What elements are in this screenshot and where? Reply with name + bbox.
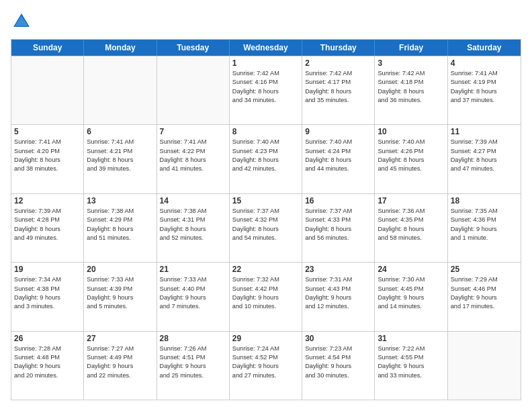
day-info: Sunrise: 7:37 AMSunset: 4:32 PMDaylight:… [232, 207, 299, 242]
day-number: 10 [378, 127, 444, 136]
calendar-cell [448, 332, 521, 400]
day-number: 5 [14, 127, 81, 136]
calendar-cell: 8Sunrise: 7:40 AMSunset: 4:23 PMDaylight… [230, 125, 302, 193]
day-number: 14 [160, 196, 226, 205]
day-number: 28 [160, 334, 226, 343]
day-number: 25 [451, 265, 518, 274]
calendar-body: 1Sunrise: 7:42 AMSunset: 4:16 PMDaylight… [11, 56, 521, 400]
day-info: Sunrise: 7:31 AMSunset: 4:43 PMDaylight:… [305, 275, 371, 311]
calendar-row: 1Sunrise: 7:42 AMSunset: 4:16 PMDaylight… [11, 56, 521, 124]
day-info: Sunrise: 7:34 AMSunset: 4:38 PMDaylight:… [14, 275, 81, 311]
day-number: 19 [14, 265, 81, 274]
calendar-cell: 16Sunrise: 7:37 AMSunset: 4:33 PMDayligh… [302, 194, 375, 262]
calendar-cell: 5Sunrise: 7:41 AMSunset: 4:20 PMDaylight… [11, 125, 84, 193]
day-number: 29 [232, 334, 299, 343]
day-number: 8 [232, 127, 299, 136]
day-info: Sunrise: 7:40 AMSunset: 4:26 PMDaylight:… [378, 138, 444, 173]
calendar-cell: 31Sunrise: 7:22 AMSunset: 4:55 PMDayligh… [375, 332, 447, 400]
day-number: 24 [378, 265, 444, 274]
day-info: Sunrise: 7:41 AMSunset: 4:21 PMDaylight:… [87, 138, 153, 173]
day-info: Sunrise: 7:42 AMSunset: 4:18 PMDaylight:… [378, 69, 444, 105]
day-info: Sunrise: 7:24 AMSunset: 4:52 PMDaylight:… [232, 345, 299, 380]
day-number: 15 [232, 196, 299, 205]
calendar-cell: 7Sunrise: 7:41 AMSunset: 4:22 PMDaylight… [157, 125, 230, 193]
calendar-cell: 17Sunrise: 7:36 AMSunset: 4:35 PMDayligh… [375, 194, 447, 262]
day-info: Sunrise: 7:41 AMSunset: 4:19 PMDaylight:… [451, 69, 518, 105]
day-number: 6 [87, 127, 153, 136]
day-number: 20 [87, 265, 153, 274]
day-number: 13 [87, 196, 153, 205]
weekday-header: Thursday [302, 40, 375, 56]
day-info: Sunrise: 7:22 AMSunset: 4:55 PMDaylight:… [378, 345, 444, 380]
calendar-cell: 19Sunrise: 7:34 AMSunset: 4:38 PMDayligh… [11, 263, 84, 330]
weekday-header: Sunday [11, 40, 84, 56]
day-number: 11 [451, 127, 518, 136]
day-number: 21 [160, 265, 226, 274]
day-number: 12 [14, 196, 81, 205]
day-info: Sunrise: 7:39 AMSunset: 4:28 PMDaylight:… [14, 207, 81, 242]
day-info: Sunrise: 7:23 AMSunset: 4:54 PMDaylight:… [305, 345, 371, 380]
day-info: Sunrise: 7:30 AMSunset: 4:45 PMDaylight:… [378, 275, 444, 311]
calendar-cell: 23Sunrise: 7:31 AMSunset: 4:43 PMDayligh… [302, 263, 375, 330]
day-number: 26 [14, 334, 81, 343]
calendar-cell: 14Sunrise: 7:38 AMSunset: 4:31 PMDayligh… [157, 194, 230, 262]
day-info: Sunrise: 7:37 AMSunset: 4:33 PMDaylight:… [305, 207, 371, 242]
logo-icon [11, 11, 32, 32]
calendar-cell: 29Sunrise: 7:24 AMSunset: 4:52 PMDayligh… [230, 332, 302, 400]
calendar-row: 26Sunrise: 7:28 AMSunset: 4:48 PMDayligh… [11, 331, 521, 400]
day-number: 1 [232, 58, 299, 68]
calendar-cell: 9Sunrise: 7:40 AMSunset: 4:24 PMDaylight… [302, 125, 375, 193]
calendar-cell: 3Sunrise: 7:42 AMSunset: 4:18 PMDaylight… [375, 56, 447, 124]
logo [11, 11, 35, 32]
calendar-cell: 18Sunrise: 7:35 AMSunset: 4:36 PMDayligh… [448, 194, 521, 262]
page: SundayMondayTuesdayWednesdayThursdayFrid… [0, 0, 532, 411]
day-info: Sunrise: 7:39 AMSunset: 4:27 PMDaylight:… [451, 138, 518, 173]
calendar-cell [157, 56, 230, 124]
day-info: Sunrise: 7:41 AMSunset: 4:22 PMDaylight:… [160, 138, 226, 173]
day-number: 23 [305, 265, 371, 274]
weekday-header: Monday [84, 40, 157, 56]
calendar-cell: 15Sunrise: 7:37 AMSunset: 4:32 PMDayligh… [230, 194, 302, 262]
calendar-cell: 22Sunrise: 7:32 AMSunset: 4:42 PMDayligh… [230, 263, 302, 330]
day-number: 16 [305, 196, 371, 205]
day-number: 22 [232, 265, 299, 274]
day-info: Sunrise: 7:28 AMSunset: 4:48 PMDaylight:… [14, 345, 81, 380]
calendar-row: 19Sunrise: 7:34 AMSunset: 4:38 PMDayligh… [11, 262, 521, 330]
calendar-row: 12Sunrise: 7:39 AMSunset: 4:28 PMDayligh… [11, 193, 521, 262]
weekday-header: Tuesday [157, 40, 230, 56]
day-info: Sunrise: 7:41 AMSunset: 4:20 PMDaylight:… [14, 138, 81, 173]
day-number: 7 [160, 127, 226, 136]
weekday-header: Wednesday [230, 40, 302, 56]
day-number: 27 [87, 334, 153, 343]
calendar-cell: 13Sunrise: 7:38 AMSunset: 4:29 PMDayligh… [84, 194, 157, 262]
calendar-cell: 12Sunrise: 7:39 AMSunset: 4:28 PMDayligh… [11, 194, 84, 262]
header [11, 11, 521, 32]
day-info: Sunrise: 7:29 AMSunset: 4:46 PMDaylight:… [451, 275, 518, 311]
calendar: SundayMondayTuesdayWednesdayThursdayFrid… [11, 39, 521, 400]
day-info: Sunrise: 7:36 AMSunset: 4:35 PMDaylight:… [378, 207, 444, 242]
calendar-cell: 30Sunrise: 7:23 AMSunset: 4:54 PMDayligh… [302, 332, 375, 400]
day-info: Sunrise: 7:40 AMSunset: 4:24 PMDaylight:… [305, 138, 371, 173]
calendar-cell: 28Sunrise: 7:26 AMSunset: 4:51 PMDayligh… [157, 332, 230, 400]
day-number: 30 [305, 334, 371, 343]
day-info: Sunrise: 7:26 AMSunset: 4:51 PMDaylight:… [160, 345, 226, 380]
calendar-row: 5Sunrise: 7:41 AMSunset: 4:20 PMDaylight… [11, 124, 521, 193]
calendar-cell: 6Sunrise: 7:41 AMSunset: 4:21 PMDaylight… [84, 125, 157, 193]
day-number: 3 [378, 58, 444, 68]
day-info: Sunrise: 7:42 AMSunset: 4:16 PMDaylight:… [232, 69, 299, 105]
day-info: Sunrise: 7:38 AMSunset: 4:31 PMDaylight:… [160, 207, 226, 242]
calendar-header: SundayMondayTuesdayWednesdayThursdayFrid… [11, 40, 521, 56]
day-info: Sunrise: 7:35 AMSunset: 4:36 PMDaylight:… [451, 207, 518, 242]
day-info: Sunrise: 7:32 AMSunset: 4:42 PMDaylight:… [232, 275, 299, 311]
day-number: 9 [305, 127, 371, 136]
day-info: Sunrise: 7:33 AMSunset: 4:39 PMDaylight:… [87, 275, 153, 311]
day-number: 18 [451, 196, 518, 205]
calendar-cell: 11Sunrise: 7:39 AMSunset: 4:27 PMDayligh… [448, 125, 521, 193]
calendar-cell: 10Sunrise: 7:40 AMSunset: 4:26 PMDayligh… [375, 125, 447, 193]
day-info: Sunrise: 7:38 AMSunset: 4:29 PMDaylight:… [87, 207, 153, 242]
calendar-cell: 25Sunrise: 7:29 AMSunset: 4:46 PMDayligh… [448, 263, 521, 330]
weekday-header: Friday [375, 40, 447, 56]
calendar-cell: 2Sunrise: 7:42 AMSunset: 4:17 PMDaylight… [302, 56, 375, 124]
day-number: 31 [378, 334, 444, 343]
calendar-cell: 24Sunrise: 7:30 AMSunset: 4:45 PMDayligh… [375, 263, 447, 330]
